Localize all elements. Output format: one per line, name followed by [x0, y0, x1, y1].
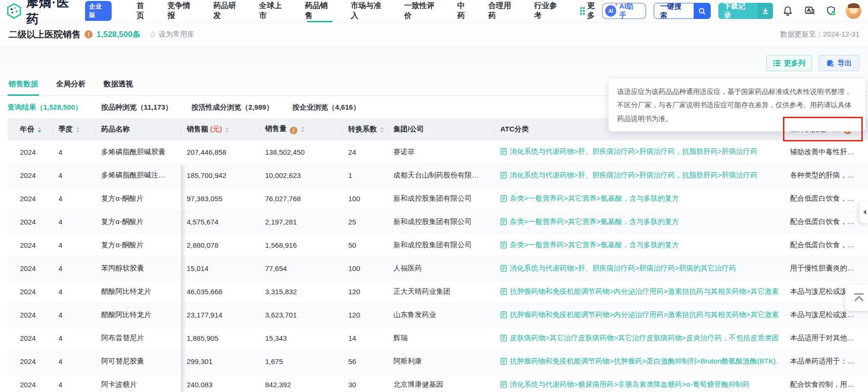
sales-volume-cell: 2,197,281 [259, 210, 343, 233]
sales-table: 年份 季度 药品名称 销售额 (元) 销售量 转换系数 集团/公司 ATC分类 … [8, 118, 868, 392]
atc-classification-link[interactable]: 抗肿瘤药物和免疫机能调节药物>内分泌治疗用药>激素拮抗药与其相关药物>其它激素… [500, 310, 779, 319]
atc-text: 消化系统与代谢药物>肝、胆疾病治疗药>肝病治疗药，抗脂肪肝药>肝病治疗药 [510, 147, 757, 156]
query-result-count[interactable]: 查询结果（1,528,500） [8, 103, 82, 112]
col-header-year[interactable]: 年份 [8, 118, 53, 140]
feedback-translate-icon[interactable] [802, 4, 816, 18]
indication-cell: 辅助改善中毒性肝… [784, 140, 868, 164]
conversion-factor-cell: 1 [343, 164, 388, 187]
nav-item-7[interactable]: 一致性评价 [404, 0, 441, 22]
col-header-drug-name: 药品名称 [95, 118, 181, 140]
atc-classification-link[interactable]: 皮肤病药物>其它治疗皮肤病药物>其它治疗皮肤病药物>皮炎治疗药，不包括皮质类固醇 [500, 334, 779, 343]
nav-item-11[interactable]: 更多 [580, 0, 602, 22]
brand-logo[interactable]: 摩熵·医药 企业版 [6, 0, 112, 28]
record-count: 1,528,500条 [96, 29, 141, 40]
company-cell: 新和成控股集团有限公司 [388, 187, 495, 210]
atc-cell: 皮肤病药物>其它治疗皮肤病药物>其它治疗皮肤病药物>皮炎治疗药，不包括皮质类固醇 [495, 327, 784, 350]
security-shield-icon[interactable] [824, 4, 838, 18]
indication-tooltip: 该适应症为该药品品种通用适应症，基于国家药品标准或代表性说明书整理，不区分厂家，… [609, 79, 865, 131]
quick-search-label: 一键搜索 [654, 3, 694, 19]
table-body: 20244多烯磷脂酰胆碱胶囊207,446,858138,502,45024赛诺… [8, 140, 868, 392]
company-cell: 正大天晴药业集团 [388, 280, 495, 303]
export-button[interactable]: 导出 [819, 55, 859, 71]
quarter-cell: 4 [53, 257, 95, 280]
sort-icon[interactable] [380, 127, 384, 132]
atc-text: 抗肿瘤药物和免疫机能调节药物>抗肿瘤药>蛋白激酶抑制剂>Bruton酪氨酸激酶(… [510, 357, 779, 366]
nav-item-8[interactable]: 中药 [458, 0, 472, 22]
col-header-conversion-factor[interactable]: 转换系数 [343, 118, 388, 140]
table-row: 20244阿布昔替尼片1,885,90515,34314辉瑞皮肤病药物>其它治疗… [8, 327, 868, 350]
sales-volume-cell: 1,675 [259, 350, 343, 373]
browse-item-3[interactable]: 按企业浏览（4,616） [292, 103, 360, 112]
atc-classification-link[interactable]: 杂类>一般营养药>其它营养>氨基酸，含与多肽的复方 [500, 241, 679, 250]
tab-2[interactable]: 全局分析 [55, 73, 86, 96]
atc-classification-link[interactable]: 抗肿瘤药物和免疫机能调节药物>内分泌治疗用药>激素拮抗药与其相关药物>其它激素… [500, 287, 779, 296]
year-cell: 2024 [8, 350, 53, 373]
nav-item-10[interactable]: 行业参考 [534, 0, 563, 22]
quick-search-button[interactable]: 一键搜索 [654, 3, 711, 19]
sort-icon[interactable] [38, 127, 41, 132]
browse-item-2[interactable]: 按活性成分浏览（2,989） [191, 103, 274, 112]
nav-item-3[interactable]: 药品研发 [213, 0, 243, 22]
nav-item-label: 药品研发 [213, 1, 243, 21]
document-icon [500, 288, 507, 295]
nav-item-label: 药品销售 [305, 1, 334, 21]
more-columns-button[interactable]: 更多列 [766, 55, 812, 71]
company-cell: 赛诺菲 [388, 140, 495, 164]
atc-classification-link[interactable]: 抗肿瘤药物和免疫机能调节药物>抗肿瘤药>蛋白激酶抑制剂>Bruton酪氨酸激酶(… [500, 357, 779, 366]
document-icon [500, 172, 507, 179]
col-header-quarter[interactable]: 季度 [53, 118, 95, 140]
user-avatar[interactable] [846, 3, 861, 19]
sort-icon[interactable] [301, 127, 305, 132]
sales-amount-cell: 240,083 [181, 373, 259, 392]
nav-item-1[interactable]: 首页 [136, 0, 151, 22]
atc-classification-link[interactable]: 消化系统与代谢药物>肝、胆疾病治疗药>肝病治疗药，抗脂肪肝药>肝病治疗药 [500, 147, 757, 156]
atc-text: 杂类>一般营养药>其它营养>氨基酸，含与多肽的复方 [510, 241, 679, 250]
sort-icon[interactable] [225, 127, 229, 132]
browse-item-1[interactable]: 按品种浏览（11,173） [101, 103, 172, 112]
document-icon [500, 148, 507, 155]
document-icon [500, 381, 507, 388]
sort-icon[interactable] [76, 127, 80, 132]
table-row: 20244醋酸阿比特龙片23,177,9143,623,701120山东鲁发药业… [8, 303, 868, 327]
set-favorite-button[interactable]: ☆ 设为常用库 [149, 29, 194, 39]
indication-cell: 配合低蛋白饮食，… [784, 210, 868, 233]
sales-amount-cell: 46,035,668 [181, 280, 259, 303]
year-cell: 2024 [8, 164, 53, 187]
atc-classification-link[interactable]: 杂类>一般营养药>其它营养>氨基酸，含与多肽的复方 [500, 194, 679, 203]
drug-name-cell: 复方α-酮酸片 [95, 210, 181, 233]
table-row: 20244多烯磷脂酰胆碱胶囊207,446,858138,502,45024赛诺… [8, 140, 868, 164]
drug-name-cell: 醋酸阿比特龙片 [95, 303, 181, 327]
tab-1[interactable]: 销售数据 [8, 73, 39, 96]
conversion-factor-cell: 14 [343, 327, 388, 350]
nav-item-4[interactable]: 全球上市 [259, 0, 288, 22]
ai-assistant-button[interactable]: AI AI助手 [602, 3, 647, 19]
atc-classification-link[interactable]: 消化系统与代谢药物>肝、胆疾病治疗药>胆病治疗药>胆病的其它治疗药 [500, 264, 736, 273]
nav-item-6[interactable]: 市场与准入 [351, 0, 388, 22]
sales-amount-cell: 97,383,055 [181, 187, 259, 210]
col-header-sales-volume[interactable]: 销售量 [259, 118, 343, 140]
download-records-button[interactable]: 下载记录 [718, 3, 773, 19]
notification-bell-icon[interactable] [781, 4, 794, 18]
back-to-top-button[interactable] [845, 284, 868, 311]
quarter-cell: 4 [53, 187, 95, 210]
nav-item-5[interactable]: 药品销售 [305, 0, 334, 22]
col-header-sales-amount[interactable]: 销售额 (元) [181, 118, 259, 140]
search-icon [694, 3, 710, 19]
atc-classification-link[interactable]: 消化系统与代谢药物>肝、胆疾病治疗药>肝病治疗药，抗脂肪肝药>肝病治疗药 [500, 171, 757, 180]
indication-cell: 各种类型的肝病，… [784, 164, 868, 187]
side-panel-handle[interactable] [859, 201, 868, 223]
info-icon[interactable] [290, 127, 297, 134]
arrow-left-icon [861, 210, 866, 215]
atc-classification-link[interactable]: 杂类>一般营养药>其它营养>氨基酸，含与多肽的复方 [500, 217, 679, 226]
title-info-icon[interactable] [85, 30, 93, 38]
conversion-factor-cell: 56 [343, 350, 388, 373]
grid-more-icon [580, 7, 585, 15]
atc-text: 皮肤病药物>其它治疗皮肤病药物>其它治疗皮肤病药物>皮炎治疗药，不包括皮质类固醇 [510, 334, 779, 343]
tab-3[interactable]: 数据透视 [103, 73, 134, 96]
company-cell: 北京博康健基因 [388, 373, 495, 392]
atc-classification-link[interactable]: 消化系统与代谢药物>糖尿病用药>非胰岛素类降血糖药>α-葡萄糖苷酶抑制药 [500, 380, 750, 389]
nav-item-9[interactable]: 合理用药 [488, 0, 518, 22]
document-icon [500, 265, 507, 272]
nav-item-2[interactable]: 竞争情报 [167, 0, 197, 22]
quarter-cell: 4 [53, 164, 95, 187]
